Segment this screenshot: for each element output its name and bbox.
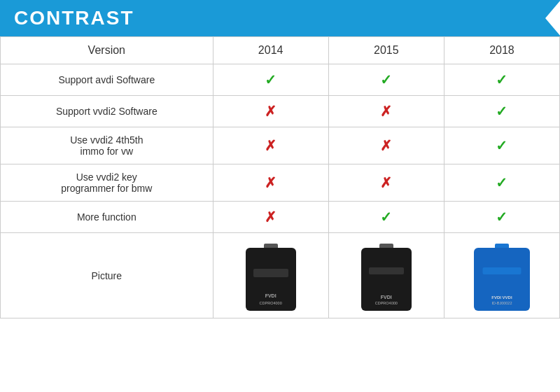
device-2018-image: ID-BJ00022	[474, 248, 530, 311]
value-col-2: ✓	[444, 96, 559, 127]
check-icon: ✓	[380, 72, 392, 88]
value-col-1: ✓	[328, 64, 444, 96]
col-header-2014: 2014	[213, 37, 328, 64]
feature-label: More function	[1, 202, 214, 233]
check-icon: ✓	[380, 209, 392, 225]
feature-label: Support avdi Software	[1, 64, 214, 96]
feature-label: Support vvdi2 Software	[1, 96, 214, 127]
cross-icon: ✗	[380, 104, 392, 119]
col-header-feature: Version	[1, 37, 214, 64]
device-2015-label: CDPRO4000	[375, 301, 398, 305]
picture-2018: ID-BJ00022	[444, 233, 559, 318]
picture-2015: CDPRO4000	[328, 233, 444, 318]
cross-icon: ✗	[380, 138, 392, 153]
col-header-2018: 2018	[444, 37, 559, 64]
col-header-2015: 2015	[328, 37, 444, 64]
value-col-0: ✗	[213, 127, 328, 164]
header: CONTRAST	[0, 0, 560, 36]
check-icon: ✓	[496, 209, 507, 225]
value-col-1: ✗	[328, 164, 444, 202]
table-row: Support avdi Software✓✓✓	[1, 64, 560, 96]
device-2015-image: CDPRO4000	[361, 248, 412, 311]
value-col-1: ✗	[328, 127, 444, 164]
cross-icon: ✗	[380, 175, 392, 190]
cross-icon: ✗	[265, 138, 276, 153]
device-2014-image: CDPRO4000	[246, 248, 296, 311]
device-2018-label: ID-BJ00022	[491, 301, 512, 305]
check-icon: ✓	[496, 175, 507, 190]
value-col-2: ✓	[444, 127, 559, 164]
table-row: Support vvdi2 Software✗✗✓	[1, 96, 560, 127]
picture-label: Picture	[1, 233, 214, 318]
value-col-2: ✓	[444, 64, 559, 96]
check-icon: ✓	[496, 104, 507, 119]
cross-icon: ✗	[265, 175, 276, 190]
value-col-0: ✓	[213, 64, 328, 96]
cross-icon: ✗	[265, 104, 276, 119]
feature-label: Use vvdi2 keyprogrammer for bmw	[1, 164, 214, 202]
value-col-0: ✗	[213, 164, 328, 202]
contrast-table: Version 2014 2015 2018 Support avdi Soft…	[0, 36, 560, 318]
check-icon: ✓	[265, 72, 276, 88]
check-icon: ✓	[496, 138, 507, 153]
page-title: CONTRAST	[14, 7, 134, 29]
value-col-0: ✗	[213, 96, 328, 127]
value-col-1: ✗	[328, 96, 444, 127]
value-col-1: ✓	[328, 202, 444, 233]
picture-2014: CDPRO4000	[213, 233, 328, 318]
cross-icon: ✗	[265, 209, 276, 225]
check-icon: ✓	[496, 72, 507, 88]
table-row: Use vvdi2 keyprogrammer for bmw✗✗✓	[1, 164, 560, 202]
value-col-0: ✗	[213, 202, 328, 233]
feature-label: Use vvdi2 4th5thimmo for vw	[1, 127, 214, 164]
table-row: More function✗✓✓	[1, 202, 560, 233]
table-row: Use vvdi2 4th5thimmo for vw✗✗✓	[1, 127, 560, 164]
device-2014-label: CDPRO4000	[260, 301, 282, 305]
value-col-2: ✓	[444, 202, 559, 233]
picture-row: Picture CDPRO4000 CDPRO4000 ID-BJ00022	[1, 233, 560, 318]
value-col-2: ✓	[444, 164, 559, 202]
